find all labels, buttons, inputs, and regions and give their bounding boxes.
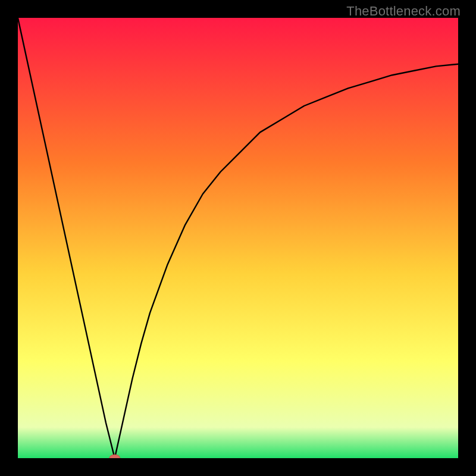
gradient-background [18, 18, 458, 458]
plot-area [18, 18, 458, 458]
chart-frame: TheBottleneck.com [0, 0, 476, 476]
chart-svg [18, 18, 458, 458]
watermark-text: TheBottleneck.com [346, 4, 461, 19]
